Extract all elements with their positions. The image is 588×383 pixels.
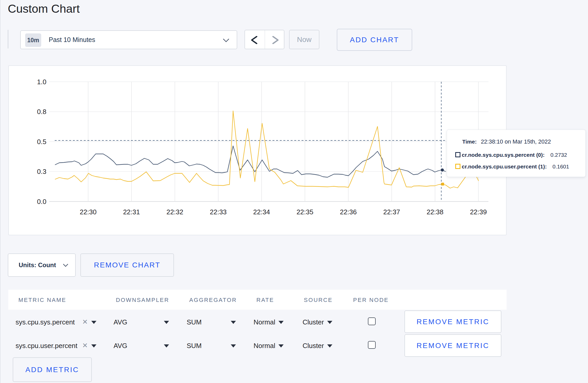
svg-text:22:33: 22:33: [210, 208, 227, 216]
svg-text:0.3: 0.3: [37, 168, 46, 175]
svg-text:22:30: 22:30: [80, 208, 96, 216]
svg-text:0.8: 0.8: [37, 108, 46, 116]
svg-text:22:32: 22:32: [166, 208, 183, 216]
svg-text:0.5: 0.5: [37, 138, 46, 146]
svg-text:22:37: 22:37: [383, 208, 400, 216]
svg-text:22:31: 22:31: [123, 208, 140, 216]
svg-text:0.0: 0.0: [37, 198, 46, 205]
svg-text:22:38: 22:38: [426, 208, 443, 216]
svg-text:22:39: 22:39: [470, 208, 487, 216]
svg-text:22:35: 22:35: [297, 208, 313, 216]
svg-text:1.0: 1.0: [37, 78, 46, 86]
svg-text:22:36: 22:36: [340, 208, 357, 216]
svg-text:22:34: 22:34: [253, 208, 270, 216]
